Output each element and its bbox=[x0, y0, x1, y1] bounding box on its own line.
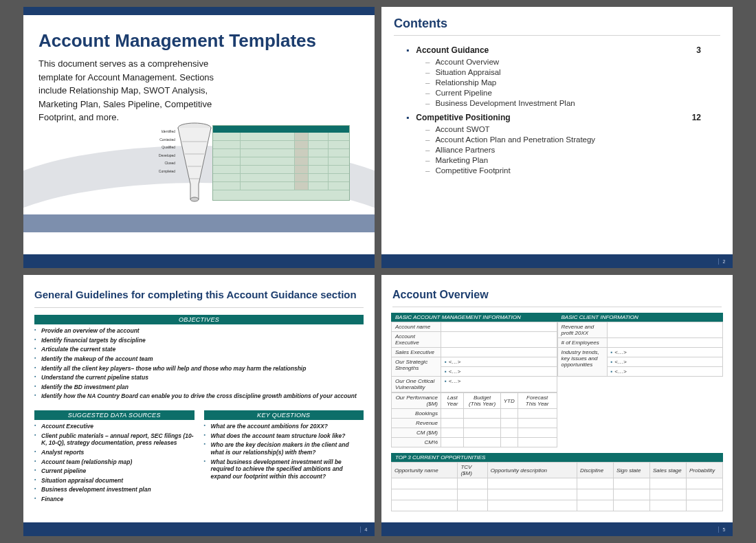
sources-list: Account Executive Client public material… bbox=[34, 423, 194, 503]
page-number: 2 bbox=[723, 259, 726, 264]
funnel-icon bbox=[177, 122, 212, 203]
slide-footer: 4 bbox=[23, 522, 375, 536]
slide-footer: 2 bbox=[381, 254, 733, 268]
table-row bbox=[392, 500, 723, 511]
list-item: Understand the current pipeline status bbox=[34, 374, 364, 381]
box-header: KEY QUESTIONS bbox=[204, 410, 364, 420]
toc-subitem: –Situation Appraisal bbox=[425, 68, 701, 76]
questions-list: What are the account ambitions for 20XX?… bbox=[204, 423, 364, 480]
svg-point-1 bbox=[190, 197, 199, 201]
toc-page-number: 3 bbox=[696, 45, 701, 55]
list-item: Client public materials – annual report,… bbox=[34, 432, 194, 447]
toc-section-name: Competitive Positioning bbox=[416, 113, 691, 122]
list-item: Identify all the client key players– tho… bbox=[34, 365, 364, 373]
page-number: 5 bbox=[723, 527, 726, 532]
page-title: Contents bbox=[381, 7, 733, 35]
opportunities-table: TOP 3 CURRENT OPPORTUNITIES Opportunity … bbox=[391, 453, 723, 511]
bullet-icon: ▪ bbox=[406, 45, 409, 55]
list-item: Analyst reports bbox=[34, 449, 194, 456]
table-header: TOP 3 CURRENT OPPORTUNITIES bbox=[391, 453, 723, 462]
objectives-list: Provide an overview of the account Ident… bbox=[34, 327, 364, 400]
sources-box: SUGGESTED DATA SOURCES Account Executive… bbox=[34, 410, 194, 505]
list-item: Identify the BD investment plan bbox=[34, 384, 364, 391]
toc-subitem: –Competitive Footprint bbox=[425, 166, 701, 175]
toc-section: ▪ Account Guidance 3 bbox=[406, 45, 701, 55]
table-header: BASIC ACCOUNT MANAGEMENT INFORMATION bbox=[391, 313, 557, 322]
toc-subitem: –Alliance Partners bbox=[425, 146, 701, 154]
list-item: Account Executive bbox=[34, 423, 194, 430]
toc-section: ▪ Competitive Positioning 12 bbox=[406, 113, 701, 122]
list-item: Articulate the current state bbox=[34, 346, 364, 353]
list-item: Account team (relationship map) bbox=[34, 458, 194, 466]
table-header: BASIC CLIENT INFORMATION bbox=[557, 313, 724, 322]
toc-section-name: Account Guidance bbox=[416, 45, 696, 55]
funnel-stage-labels: Identified Contacted Qualified Developed… bbox=[159, 128, 175, 175]
divider bbox=[394, 35, 720, 36]
toc-subitem: –Business Development Investment Plan bbox=[425, 99, 701, 107]
slide-contents: Contents ▪ Account Guidance 3 –Account O… bbox=[381, 7, 733, 268]
divider bbox=[34, 307, 364, 308]
table-row bbox=[392, 478, 723, 489]
toc-subitem: –Relationship Map bbox=[425, 78, 701, 87]
slide-account-overview: Account Overview BASIC ACCOUNT MANAGEMEN… bbox=[381, 275, 733, 536]
accent-band bbox=[23, 214, 375, 232]
list-item: What are the account ambitions for 20XX? bbox=[204, 423, 364, 430]
list-item: What does the account team structure loo… bbox=[204, 432, 364, 440]
questions-box: KEY QUESTIONS What are the account ambit… bbox=[204, 410, 364, 505]
basic-account-table: BASIC ACCOUNT MANAGEMENT INFORMATION Acc… bbox=[391, 313, 557, 447]
intro-text: This document serves as a comprehensive … bbox=[23, 57, 243, 124]
toc-subitem: –Account SWOT bbox=[425, 125, 701, 133]
toc-subitem: –Current Pipeline bbox=[425, 89, 701, 97]
slide-footer bbox=[23, 254, 375, 268]
toc: ▪ Account Guidance 3 –Account Overview –… bbox=[381, 45, 733, 177]
list-item: Finance bbox=[34, 496, 194, 503]
box-header: SUGGESTED DATA SOURCES bbox=[34, 410, 194, 420]
list-item: Provide an overview of the account bbox=[34, 327, 364, 335]
toc-page-number: 12 bbox=[692, 113, 701, 122]
toc-subitem: –Account Overview bbox=[425, 58, 701, 66]
list-item: Who are the key decision makers in the c… bbox=[204, 441, 364, 456]
list-item: Situation appraisal document bbox=[34, 477, 194, 485]
slide-guidelines: General Guidelines for completing this A… bbox=[23, 275, 375, 536]
list-item: Identify financial targets by discipline bbox=[34, 337, 364, 344]
bullet-icon: ▪ bbox=[406, 113, 409, 122]
toc-subitem: –Marketing Plan bbox=[425, 156, 701, 164]
list-item: Business development investment plan bbox=[34, 486, 194, 494]
list-item: Identify the makeup of the account team bbox=[34, 355, 364, 363]
page-number: 4 bbox=[365, 527, 368, 532]
page-title: Account Management Templates bbox=[23, 15, 375, 57]
toc-subitem: –Account Action Plan and Penetration Str… bbox=[425, 135, 701, 144]
slide-footer: 5 bbox=[381, 522, 733, 536]
list-item: Current pipeline bbox=[34, 467, 194, 475]
table-row bbox=[392, 489, 723, 500]
slide-title: Account Management Templates This docume… bbox=[23, 7, 375, 268]
list-item: What business development investment wil… bbox=[204, 458, 364, 480]
accent-bar bbox=[23, 7, 375, 15]
performance-table: Our Performance ($M) Last Year Budget (T… bbox=[391, 392, 557, 447]
page-title: Account Overview bbox=[381, 275, 733, 307]
list-item: Identify how the NA Country Board can en… bbox=[34, 392, 364, 400]
box-header: OBJECTIVES bbox=[34, 315, 364, 324]
objectives-box: OBJECTIVES Provide an overview of the ac… bbox=[34, 315, 364, 402]
page-title: General Guidelines for completing this A… bbox=[23, 275, 375, 307]
divider bbox=[392, 307, 722, 307]
mini-table-graphic bbox=[212, 125, 350, 201]
basic-client-table: BASIC CLIENT INFORMATION Revenue and pro… bbox=[557, 313, 724, 447]
slide-deck: Account Management Templates This docume… bbox=[0, 0, 756, 543]
